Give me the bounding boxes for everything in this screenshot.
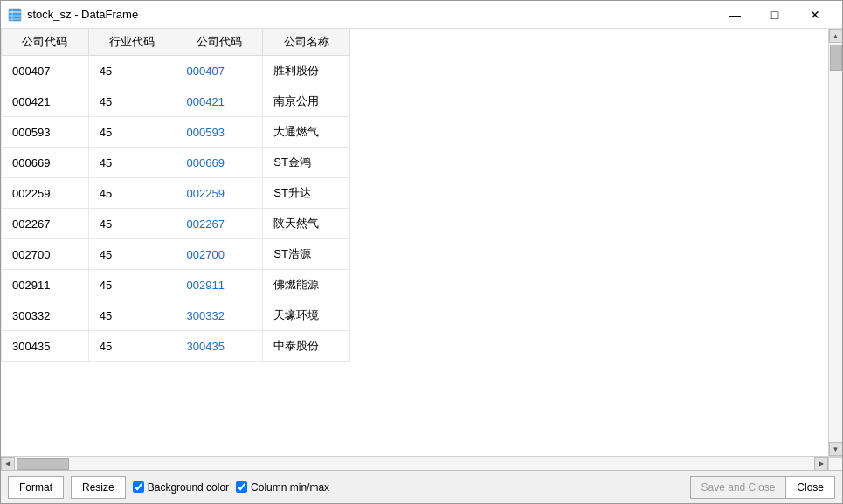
cell-code: 300435 (176, 331, 263, 362)
cell-name: 佛燃能源 (263, 270, 350, 300)
background-color-checkbox[interactable] (133, 481, 144, 493)
scroll-left-arrow[interactable]: ◀ (1, 457, 15, 471)
scrollbar-corner (828, 457, 842, 471)
save-and-close-button[interactable]: Save and Close (690, 476, 787, 499)
cell-index: 002700 (2, 239, 89, 270)
table-row: 00042145000421南京公用 (2, 86, 350, 117)
table-row: 00225945002259ST升达 (2, 178, 350, 209)
cell-industry: 45 (88, 117, 176, 148)
table-row: 30043545300435中泰股份 (2, 331, 350, 362)
cell-industry: 45 (88, 178, 176, 209)
minimize-button[interactable]: — (715, 1, 755, 29)
background-color-label: Background color (148, 481, 229, 494)
main-window: stock_sz - DataFrame — □ ✕ 公司代码 行业代码 公司代… (0, 0, 843, 504)
cell-industry: 45 (88, 300, 176, 331)
close-button[interactable]: Close (786, 476, 835, 499)
cell-name: 天壕环境 (263, 300, 350, 331)
scroll-h-track (15, 457, 814, 470)
table-row: 00270045002700ST浩源 (2, 239, 350, 270)
footer-right-buttons: Save and Close Close (690, 476, 835, 499)
cell-code: 002911 (176, 270, 263, 300)
maximize-button[interactable]: □ (755, 1, 795, 29)
cell-code: 002267 (176, 209, 263, 239)
cell-index: 000669 (2, 148, 89, 178)
cell-code: 000421 (176, 86, 263, 117)
background-color-checkbox-label[interactable]: Background color (133, 481, 229, 494)
content-main: 公司代码 行业代码 公司代码 公司名称 00040745000407胜利股份00… (1, 29, 842, 456)
content-area: 公司代码 行业代码 公司代码 公司名称 00040745000407胜利股份00… (1, 29, 842, 470)
cell-code: 300332 (176, 300, 263, 331)
cell-name: ST浩源 (263, 239, 350, 270)
cell-industry: 45 (88, 148, 176, 178)
window-icon (8, 8, 22, 22)
column-min-max-label: Column min/max (251, 481, 329, 494)
col-header-index: 公司代码 (2, 29, 89, 56)
cell-index: 000407 (2, 56, 89, 86)
cell-name: 南京公用 (263, 86, 350, 117)
table-header-row: 公司代码 行业代码 公司代码 公司名称 (2, 29, 350, 56)
cell-code: 000593 (176, 117, 263, 148)
vertical-scrollbar[interactable]: ▲ ▼ (828, 29, 842, 456)
cell-name: 胜利股份 (263, 56, 350, 86)
cell-industry: 45 (88, 86, 176, 117)
cell-index: 002911 (2, 270, 89, 300)
scroll-right-arrow[interactable]: ▶ (814, 457, 828, 471)
cell-index: 300435 (2, 331, 89, 362)
cell-name: ST金鸿 (263, 148, 350, 178)
footer: Format Resize Background color Column mi… (1, 470, 842, 503)
table-row: 00291145002911佛燃能源 (2, 270, 350, 300)
table-row: 30033245300332天壕环境 (2, 300, 350, 331)
horizontal-scrollbar[interactable]: ◀ ▶ (1, 456, 842, 470)
format-button[interactable]: Format (8, 476, 64, 499)
window-controls: — □ ✕ (715, 1, 835, 29)
table-row: 00066945000669ST金鸿 (2, 148, 350, 178)
close-window-button[interactable]: ✕ (795, 1, 835, 29)
window-title: stock_sz - DataFrame (27, 8, 715, 21)
cell-code: 002700 (176, 239, 263, 270)
scroll-up-arrow[interactable]: ▲ (829, 29, 843, 43)
cell-industry: 45 (88, 270, 176, 300)
cell-index: 000593 (2, 117, 89, 148)
cell-name: 大通燃气 (263, 117, 350, 148)
cell-code: 000669 (176, 148, 263, 178)
cell-industry: 45 (88, 209, 176, 239)
col-header-industry: 行业代码 (88, 29, 176, 56)
title-bar: stock_sz - DataFrame — □ ✕ (1, 1, 842, 29)
cell-index: 002267 (2, 209, 89, 239)
scroll-thumb-area (829, 43, 842, 442)
cell-code: 002259 (176, 178, 263, 209)
col-header-name: 公司名称 (263, 29, 350, 56)
data-table: 公司代码 行业代码 公司代码 公司名称 00040745000407胜利股份00… (1, 29, 350, 362)
column-min-max-checkbox[interactable] (236, 481, 247, 493)
cell-name: 中泰股份 (263, 331, 350, 362)
table-row: 00226745002267陕天然气 (2, 209, 350, 239)
table-container[interactable]: 公司代码 行业代码 公司代码 公司名称 00040745000407胜利股份00… (1, 29, 828, 456)
table-row: 00040745000407胜利股份 (2, 56, 350, 86)
cell-index: 300332 (2, 300, 89, 331)
table-row: 00059345000593大通燃气 (2, 117, 350, 148)
cell-index: 000421 (2, 86, 89, 117)
col-header-code: 公司代码 (176, 29, 263, 56)
cell-industry: 45 (88, 239, 176, 270)
scroll-h-thumb[interactable] (17, 458, 69, 470)
resize-button[interactable]: Resize (71, 476, 126, 499)
cell-index: 002259 (2, 178, 89, 209)
cell-industry: 45 (88, 331, 176, 362)
cell-industry: 45 (88, 56, 176, 86)
scroll-down-arrow[interactable]: ▼ (829, 442, 843, 456)
cell-code: 000407 (176, 56, 263, 86)
cell-name: ST升达 (263, 178, 350, 209)
cell-name: 陕天然气 (263, 209, 350, 239)
scroll-thumb[interactable] (830, 45, 842, 71)
column-min-max-checkbox-label[interactable]: Column min/max (236, 481, 329, 494)
